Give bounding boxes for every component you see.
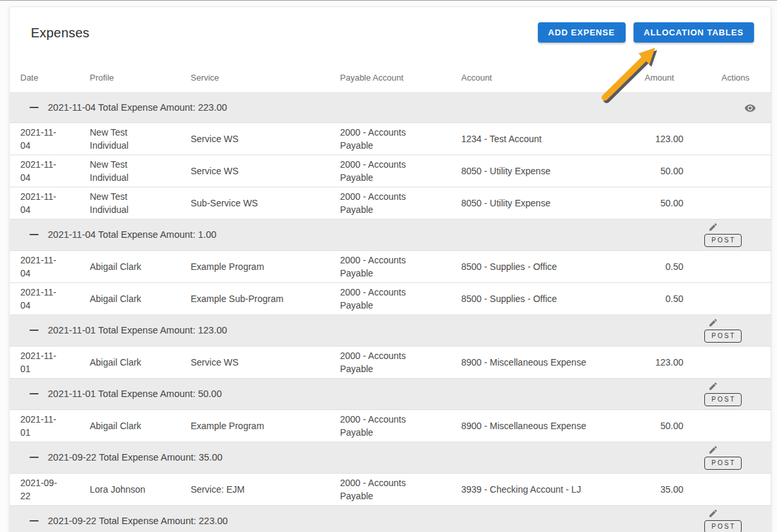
expense-amount: 0.50 — [634, 250, 694, 282]
expense-service: Sub-Service WS — [180, 187, 330, 219]
expense-account: 8500 - Supplies - Office — [451, 282, 634, 314]
group-actions-cell: POST — [694, 219, 772, 250]
expense-service: Service WS — [180, 123, 330, 155]
expense-date: 2021-11-01 — [10, 409, 79, 442]
expense-payable-account: 2000 - Accounts Payable — [330, 123, 451, 155]
group-summary-cell: 2021-09-22 Total Expense Amount: 223.00 — [10, 505, 694, 532]
group-summary-label: 2021-09-22 Total Expense Amount: 35.00 — [48, 451, 223, 464]
toolbar: ADD EXPENSE ALLOCATION TABLES — [538, 22, 755, 43]
expense-account: 8050 - Utility Expense — [451, 155, 634, 187]
expense-account: 3939 - Checking Account - LJ — [451, 473, 634, 505]
group-action-stack: POST — [704, 222, 742, 247]
expense-service: Service: EJM — [180, 473, 330, 505]
expense-service: Example Program — [180, 409, 330, 442]
column-header-date: Date — [10, 63, 79, 92]
post-button[interactable]: POST — [704, 393, 742, 406]
expense-service: Example Program — [180, 250, 330, 282]
expense-amount: 35.00 — [634, 473, 694, 505]
expense-payable-account: 2000 - Accounts Payable — [330, 187, 451, 219]
expense-group-row: 2021-11-04 Total Expense Amount: 1.00 PO… — [10, 219, 772, 250]
expense-actions-cell — [694, 282, 772, 314]
expense-amount: 50.00 — [634, 409, 694, 442]
expense-date: 2021-11-04 — [10, 155, 79, 187]
group-actions-cell: POST — [694, 314, 772, 346]
allocation-tables-button[interactable]: ALLOCATION TABLES — [634, 22, 755, 43]
column-header-service: Service — [180, 63, 330, 92]
edit-group-button[interactable] — [708, 381, 718, 391]
eye-icon — [744, 102, 756, 114]
view-expenses-button[interactable] — [744, 102, 756, 114]
group-summary-cell: 2021-11-01 Total Expense Amount: 50.00 — [10, 378, 694, 409]
expense-service: Example Sub-Program — [180, 282, 330, 314]
expense-actions-cell — [694, 123, 772, 155]
expense-actions-cell — [694, 155, 772, 187]
expense-profile: Abigail Clark — [79, 250, 180, 282]
expense-actions-cell — [694, 346, 772, 378]
expense-payable-account: 2000 - Accounts Payable — [330, 473, 451, 505]
expense-profile: New Test Individual — [79, 123, 180, 155]
expense-date: 2021-11-01 — [10, 346, 79, 378]
expense-actions-cell — [694, 187, 772, 219]
pencil-icon — [708, 508, 718, 518]
expense-group-row: 2021-09-22 Total Expense Amount: 35.00 P… — [10, 442, 772, 473]
collapse-dash-icon[interactable] — [29, 107, 39, 108]
table-row: 2021-09-22 Lora Johnson Service: EJM 200… — [10, 473, 772, 505]
group-summary-label: 2021-11-01 Total Expense Amount: 50.00 — [48, 387, 222, 400]
expense-group-row: 2021-09-22 Total Expense Amount: 223.00 … — [10, 505, 772, 532]
expense-payable-account: 2000 - Accounts Payable — [330, 250, 451, 282]
column-header-account: Account — [451, 63, 634, 92]
screen-top-edge — [0, 0, 777, 1]
post-button[interactable]: POST — [704, 520, 742, 532]
add-expense-button[interactable]: ADD EXPENSE — [538, 22, 626, 43]
edit-group-button[interactable] — [708, 508, 718, 518]
collapse-dash-icon[interactable] — [29, 234, 39, 235]
expense-date: 2021-11-04 — [10, 123, 79, 155]
collapse-dash-icon[interactable] — [29, 393, 39, 394]
collapse-dash-icon[interactable] — [29, 520, 39, 522]
collapse-dash-icon[interactable] — [29, 330, 39, 331]
group-action-stack: POST — [704, 445, 742, 470]
expense-actions-cell — [694, 473, 772, 505]
post-button[interactable]: POST — [704, 457, 742, 470]
expense-profile: Abigail Clark — [79, 282, 180, 314]
expense-payable-account: 2000 - Accounts Payable — [330, 155, 451, 187]
expense-profile: Lora Johnson — [79, 473, 180, 505]
edit-group-button[interactable] — [708, 222, 718, 232]
group-summary-label: 2021-11-04 Total Expense Amount: 223.00 — [48, 101, 227, 114]
group-summary-cell: 2021-11-04 Total Expense Amount: 223.00 — [10, 92, 694, 123]
table-row: 2021-11-04 New Test Individual Service W… — [10, 123, 772, 155]
post-button[interactable]: POST — [704, 234, 742, 247]
post-button[interactable]: POST — [704, 330, 742, 343]
column-header-actions: Actions — [694, 63, 772, 92]
expense-group-row: 2021-11-04 Total Expense Amount: 223.00 — [10, 92, 772, 123]
expenses-table: Date Profile Service Payable Account Acc… — [10, 63, 772, 532]
pencil-icon — [708, 318, 718, 328]
expense-amount: 50.00 — [634, 187, 694, 219]
expense-amount: 123.00 — [634, 123, 694, 155]
table-row: 2021-11-04 Abigail Clark Example Program… — [10, 250, 772, 282]
expense-date: 2021-09-22 — [10, 473, 79, 505]
column-header-profile: Profile — [79, 63, 180, 92]
expense-service: Service WS — [180, 155, 330, 187]
expense-amount: 123.00 — [634, 346, 694, 378]
expense-account: 8050 - Utility Expense — [451, 187, 634, 219]
group-action-stack: POST — [704, 318, 742, 343]
expense-payable-account: 2000 - Accounts Payable — [330, 409, 451, 442]
pencil-icon — [708, 381, 718, 391]
expense-profile: Abigail Clark — [79, 346, 180, 378]
group-summary-cell: 2021-09-22 Total Expense Amount: 35.00 — [10, 442, 694, 473]
group-actions-cell: POST — [694, 378, 772, 409]
edit-group-button[interactable] — [708, 318, 718, 328]
expense-profile: New Test Individual — [79, 155, 180, 187]
group-summary-label: 2021-11-04 Total Expense Amount: 1.00 — [48, 228, 216, 241]
expenses-table-body: 2021-11-04 Total Expense Amount: 223.00 … — [10, 92, 772, 532]
group-actions-cell — [694, 92, 772, 123]
edit-group-button[interactable] — [708, 445, 718, 455]
table-row: 2021-11-04 New Test Individual Sub-Servi… — [10, 187, 772, 219]
expense-payable-account: 2000 - Accounts Payable — [330, 346, 451, 378]
expense-account: 8500 - Supplies - Office — [451, 250, 634, 282]
expense-actions-cell — [694, 409, 772, 442]
expense-account: 8900 - Miscellaneous Expense — [451, 346, 634, 378]
collapse-dash-icon[interactable] — [29, 457, 39, 458]
expense-profile: New Test Individual — [79, 187, 180, 219]
